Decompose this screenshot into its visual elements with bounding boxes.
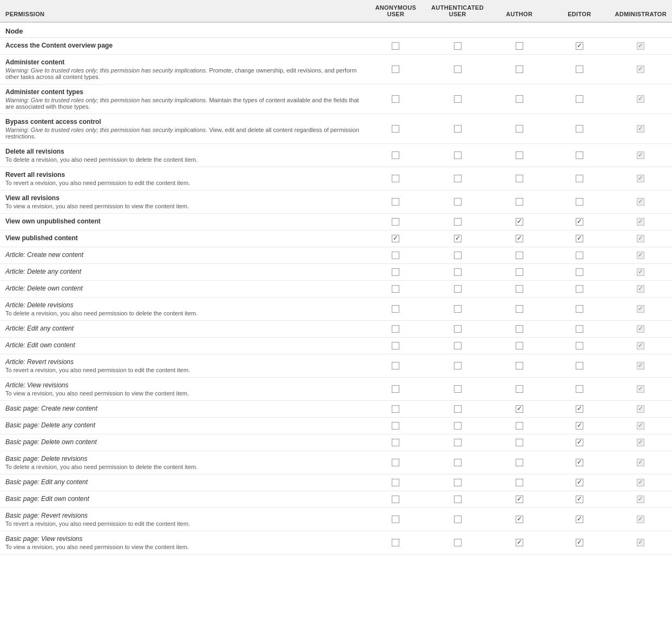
check-basic-page-revert-revisions-editor[interactable] bbox=[549, 508, 609, 531]
check-article-delete-own-administrator[interactable] bbox=[609, 281, 672, 298]
checkbox-revert-all-revisions-author[interactable] bbox=[516, 175, 523, 182]
checkbox-basic-page-edit-any-authenticated[interactable] bbox=[454, 479, 462, 486]
check-article-edit-any-author[interactable] bbox=[489, 321, 549, 338]
check-administer-content-types-anonymous[interactable] bbox=[366, 84, 426, 114]
checkbox-delete-all-revisions-authenticated[interactable] bbox=[454, 151, 462, 159]
check-view-published-authenticated[interactable] bbox=[426, 230, 489, 247]
check-view-all-revisions-administrator[interactable] bbox=[609, 190, 672, 214]
check-view-all-revisions-author[interactable] bbox=[489, 190, 549, 214]
check-basic-page-revert-revisions-anonymous[interactable] bbox=[366, 508, 426, 531]
checkbox-revert-all-revisions-editor[interactable] bbox=[576, 175, 583, 182]
check-article-delete-own-author[interactable] bbox=[489, 281, 549, 298]
checkbox-article-edit-own-authenticated[interactable] bbox=[454, 342, 462, 349]
checkbox-article-view-revisions-editor[interactable] bbox=[576, 385, 583, 393]
checkbox-article-delete-revisions-authenticated[interactable] bbox=[454, 305, 462, 313]
checkbox-basic-page-delete-any-administrator[interactable] bbox=[637, 422, 644, 430]
check-basic-page-delete-any-author[interactable] bbox=[489, 418, 549, 434]
checkbox-basic-page-view-revisions-editor[interactable] bbox=[576, 539, 583, 546]
check-basic-page-delete-revisions-author[interactable] bbox=[489, 451, 549, 474]
check-basic-page-create-new-administrator[interactable] bbox=[609, 401, 672, 418]
check-administer-content-types-editor[interactable] bbox=[549, 84, 609, 114]
checkbox-view-all-revisions-anonymous[interactable] bbox=[392, 198, 399, 206]
checkbox-basic-page-delete-own-administrator[interactable] bbox=[637, 439, 644, 446]
checkbox-bypass-content-access-administrator[interactable] bbox=[637, 125, 644, 133]
checkbox-administer-content-editor[interactable] bbox=[576, 65, 583, 73]
checkbox-basic-page-delete-any-authenticated[interactable] bbox=[454, 422, 462, 430]
check-article-edit-any-administrator[interactable] bbox=[609, 321, 672, 338]
checkbox-basic-page-delete-revisions-authenticated[interactable] bbox=[454, 459, 462, 466]
checkbox-view-published-author[interactable] bbox=[516, 235, 523, 242]
checkbox-article-edit-any-administrator[interactable] bbox=[637, 325, 644, 333]
check-basic-page-view-revisions-author[interactable] bbox=[489, 531, 549, 555]
check-administer-content-types-administrator[interactable] bbox=[609, 84, 672, 114]
checkbox-view-all-revisions-editor[interactable] bbox=[576, 198, 583, 206]
checkbox-view-published-authenticated[interactable] bbox=[454, 235, 462, 242]
check-article-view-revisions-editor[interactable] bbox=[549, 378, 609, 401]
check-delete-all-revisions-author[interactable] bbox=[489, 144, 549, 167]
checkbox-article-delete-any-administrator[interactable] bbox=[637, 268, 644, 276]
checkbox-article-delete-revisions-author[interactable] bbox=[516, 305, 523, 313]
checkbox-basic-page-edit-any-administrator[interactable] bbox=[637, 479, 644, 486]
checkbox-basic-page-view-revisions-authenticated[interactable] bbox=[454, 539, 462, 546]
check-bypass-content-access-administrator[interactable] bbox=[609, 114, 672, 144]
check-basic-page-delete-revisions-authenticated[interactable] bbox=[426, 451, 489, 474]
checkbox-view-own-unpublished-editor[interactable] bbox=[576, 218, 583, 226]
checkbox-basic-page-edit-any-author[interactable] bbox=[516, 479, 523, 486]
checkbox-administer-content-author[interactable] bbox=[516, 65, 523, 73]
check-view-published-anonymous[interactable] bbox=[366, 230, 426, 247]
checkbox-view-published-anonymous[interactable] bbox=[392, 235, 399, 242]
check-article-create-new-editor[interactable] bbox=[549, 247, 609, 264]
check-basic-page-delete-any-administrator[interactable] bbox=[609, 418, 672, 434]
check-basic-page-view-revisions-authenticated[interactable] bbox=[426, 531, 489, 555]
check-delete-all-revisions-administrator[interactable] bbox=[609, 144, 672, 167]
checkbox-article-create-new-editor[interactable] bbox=[576, 252, 583, 259]
checkbox-administer-content-types-administrator[interactable] bbox=[637, 95, 644, 103]
checkbox-article-edit-any-editor[interactable] bbox=[576, 325, 583, 333]
checkbox-article-create-new-authenticated[interactable] bbox=[454, 252, 462, 259]
check-article-create-new-author[interactable] bbox=[489, 247, 549, 264]
checkbox-bypass-content-access-anonymous[interactable] bbox=[392, 125, 399, 133]
check-basic-page-delete-any-anonymous[interactable] bbox=[366, 418, 426, 434]
check-basic-page-edit-own-anonymous[interactable] bbox=[366, 491, 426, 508]
checkbox-article-delete-own-authenticated[interactable] bbox=[454, 285, 462, 293]
checkbox-view-own-unpublished-author[interactable] bbox=[516, 218, 523, 226]
check-article-revert-revisions-anonymous[interactable] bbox=[366, 354, 426, 378]
checkbox-article-delete-any-authenticated[interactable] bbox=[454, 268, 462, 276]
checkbox-basic-page-edit-own-author[interactable] bbox=[516, 496, 523, 503]
check-article-view-revisions-authenticated[interactable] bbox=[426, 378, 489, 401]
check-article-delete-any-anonymous[interactable] bbox=[366, 264, 426, 281]
checkbox-basic-page-delete-any-anonymous[interactable] bbox=[392, 422, 399, 430]
check-article-revert-revisions-authenticated[interactable] bbox=[426, 354, 489, 378]
check-article-create-new-anonymous[interactable] bbox=[366, 247, 426, 264]
check-basic-page-create-new-editor[interactable] bbox=[549, 401, 609, 418]
checkbox-revert-all-revisions-authenticated[interactable] bbox=[454, 175, 462, 182]
checkbox-article-delete-own-administrator[interactable] bbox=[637, 285, 644, 293]
checkbox-article-edit-any-authenticated[interactable] bbox=[454, 325, 462, 333]
check-bypass-content-access-editor[interactable] bbox=[549, 114, 609, 144]
checkbox-article-create-new-author[interactable] bbox=[516, 252, 523, 259]
checkbox-view-own-unpublished-administrator[interactable] bbox=[637, 218, 644, 226]
checkbox-view-all-revisions-authenticated[interactable] bbox=[454, 198, 462, 206]
check-basic-page-delete-own-anonymous[interactable] bbox=[366, 434, 426, 451]
checkbox-access-content-overview-authenticated[interactable] bbox=[454, 42, 462, 50]
check-administer-content-authenticated[interactable] bbox=[426, 55, 489, 84]
check-article-edit-own-editor[interactable] bbox=[549, 338, 609, 354]
checkbox-article-edit-own-editor[interactable] bbox=[576, 342, 583, 349]
checkbox-basic-page-delete-revisions-author[interactable] bbox=[516, 459, 523, 466]
checkbox-access-content-overview-author[interactable] bbox=[516, 42, 523, 50]
checkbox-basic-page-edit-own-anonymous[interactable] bbox=[392, 496, 399, 503]
checkbox-basic-page-revert-revisions-anonymous[interactable] bbox=[392, 516, 399, 523]
checkbox-view-own-unpublished-authenticated[interactable] bbox=[454, 218, 462, 226]
check-article-delete-own-anonymous[interactable] bbox=[366, 281, 426, 298]
checkbox-administer-content-types-anonymous[interactable] bbox=[392, 95, 399, 103]
checkbox-basic-page-revert-revisions-administrator[interactable] bbox=[637, 516, 644, 523]
check-delete-all-revisions-editor[interactable] bbox=[549, 144, 609, 167]
checkbox-article-view-revisions-authenticated[interactable] bbox=[454, 385, 462, 393]
checkbox-article-delete-revisions-anonymous[interactable] bbox=[392, 305, 399, 313]
checkbox-administer-content-anonymous[interactable] bbox=[392, 65, 399, 73]
checkbox-basic-page-edit-own-administrator[interactable] bbox=[637, 496, 644, 503]
checkbox-article-delete-own-anonymous[interactable] bbox=[392, 285, 399, 293]
checkbox-administer-content-types-author[interactable] bbox=[516, 95, 523, 103]
check-basic-page-delete-own-authenticated[interactable] bbox=[426, 434, 489, 451]
checkbox-article-view-revisions-administrator[interactable] bbox=[637, 385, 644, 393]
